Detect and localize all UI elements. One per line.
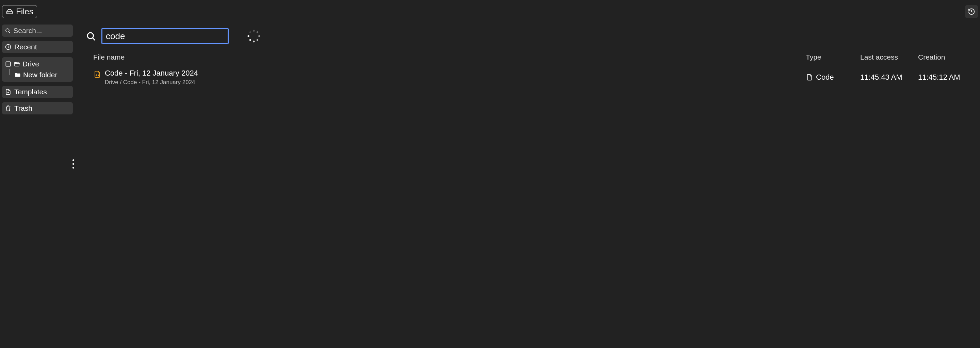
svg-point-13 (253, 40, 255, 42)
search-icon (5, 27, 11, 34)
file-path: Drive / Code - Fri, 12 January 2024 (105, 79, 198, 86)
sidebar-item-recent[interactable]: Recent (2, 41, 73, 53)
loading-spinner-icon (247, 29, 261, 43)
sidebar-item-label: Templates (14, 88, 47, 96)
sidebar-item-label: Trash (14, 104, 32, 112)
svg-point-1 (8, 12, 8, 13)
svg-point-10 (256, 31, 258, 33)
history-button[interactable] (965, 5, 978, 18)
sidebar-tree: Drive New folder (2, 57, 73, 82)
svg-rect-0 (7, 11, 13, 14)
sidebar-search[interactable] (2, 24, 73, 37)
sidebar-search-input[interactable] (13, 27, 70, 35)
sidebar-item-label: Drive (22, 60, 39, 68)
sidebar-resize-handle[interactable] (73, 160, 74, 169)
col-creation-label: Creation (918, 53, 945, 61)
trash-icon (5, 105, 11, 112)
type-icon (806, 73, 813, 81)
sidebar-item-drive[interactable]: Drive (4, 59, 71, 69)
table-header: File name Type Last access Creation (86, 50, 969, 66)
svg-point-12 (256, 39, 258, 41)
code-file-icon (93, 70, 102, 78)
sidebar-item-label: New folder (23, 71, 57, 79)
svg-point-2 (6, 29, 9, 32)
search-icon (86, 31, 96, 41)
svg-line-3 (9, 32, 10, 33)
svg-point-15 (248, 35, 250, 37)
col-access-label: Last access (860, 53, 898, 61)
file-access: 11:45:43 AM (860, 73, 902, 81)
drive-icon (6, 8, 13, 15)
file-type: Code (816, 73, 834, 82)
file-creation: 11:45:12 AM (918, 73, 960, 81)
sidebar: Recent Drive New folder Templates Trash (0, 23, 75, 348)
folder-icon (14, 72, 21, 78)
clock-icon (5, 43, 11, 50)
col-type-label: Type (806, 53, 821, 61)
sidebar-item-new-folder[interactable]: New folder (4, 69, 71, 80)
sidebar-item-templates[interactable]: Templates (2, 86, 73, 98)
svg-point-14 (250, 39, 251, 41)
table-row[interactable]: Code - Fri, 12 January 2024 Drive / Code… (86, 66, 969, 89)
svg-point-16 (250, 31, 251, 33)
svg-point-7 (88, 33, 94, 39)
col-name-label: File name (93, 53, 124, 61)
folder-open-icon (14, 61, 21, 67)
sidebar-item-label: Recent (14, 43, 37, 51)
history-icon (968, 8, 975, 15)
main-search-input[interactable] (102, 29, 228, 43)
files-title-button[interactable]: Files (2, 5, 37, 18)
file-name: Code - Fri, 12 January 2024 (105, 69, 198, 78)
sidebar-item-trash[interactable]: Trash (2, 102, 73, 114)
svg-line-8 (93, 38, 95, 40)
collapse-icon[interactable] (5, 61, 11, 67)
file-icon (5, 89, 11, 95)
files-title-label: Files (16, 7, 33, 16)
svg-point-11 (258, 35, 260, 37)
main-content: File name Type Last access Creation Code… (75, 23, 980, 348)
svg-point-9 (253, 30, 255, 32)
